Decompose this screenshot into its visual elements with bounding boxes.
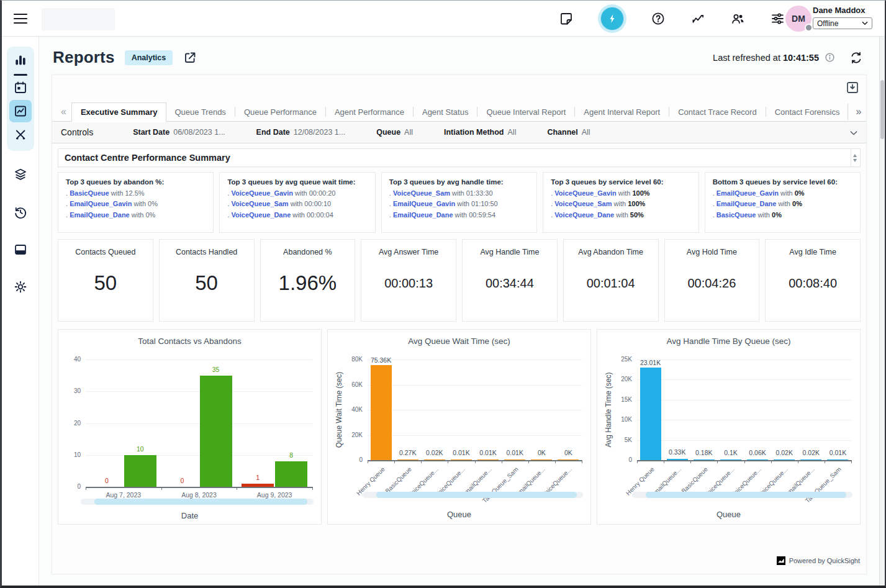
bar bbox=[640, 368, 661, 460]
queue-link[interactable]: BasicQueue bbox=[716, 211, 756, 219]
metrics-icon[interactable] bbox=[690, 11, 706, 27]
kpi-card-contacts-queued: Contacts Queued50 bbox=[58, 239, 153, 322]
boost-button[interactable] bbox=[598, 4, 626, 33]
tab-queue-trends[interactable]: Queue Trends bbox=[166, 104, 233, 120]
gridline bbox=[368, 435, 582, 436]
kpi-value: 00:01:04 bbox=[564, 276, 658, 291]
controls-expand-icon[interactable] bbox=[849, 128, 859, 138]
chart-scrollbar-thumb[interactable] bbox=[94, 499, 307, 505]
control-value[interactable]: All bbox=[508, 128, 517, 137]
conjunction: with bbox=[776, 200, 792, 207]
x-tick bbox=[798, 460, 798, 463]
tab-separator bbox=[669, 107, 669, 117]
bar bbox=[531, 459, 552, 460]
charts-row: Total Contacts vs Abandons403020100010Au… bbox=[58, 329, 861, 525]
kpi-card-avg-abandon-time: Avg Abandon Time00:01:04 bbox=[563, 239, 659, 322]
sidebar-item-layers[interactable] bbox=[13, 167, 28, 182]
control-queue[interactable]: QueueAll bbox=[376, 128, 413, 137]
scroll-up-icon[interactable] bbox=[853, 154, 857, 157]
queue-link[interactable]: VoiceQueue_Dane bbox=[232, 211, 291, 219]
control-end-date[interactable]: End Date12/08/2023 1... bbox=[256, 128, 346, 137]
tab-queue-performance[interactable]: Queue Performance bbox=[236, 104, 325, 120]
open-external-icon[interactable] bbox=[183, 50, 197, 65]
sidebar-item-history[interactable] bbox=[13, 205, 28, 220]
queue-link[interactable]: EmailQueue_Dane bbox=[716, 200, 777, 207]
sidebar-item-window[interactable] bbox=[13, 242, 28, 257]
control-value[interactable]: All bbox=[404, 128, 413, 137]
sidebar-item-bar-chart[interactable] bbox=[13, 53, 28, 68]
queue-link[interactable]: VoiceQueue_Dane bbox=[554, 211, 614, 219]
queue-link[interactable]: EmailQueue_Gavin bbox=[393, 200, 455, 207]
preferences-sliders-icon[interactable] bbox=[769, 11, 785, 27]
status-select-value: Offline bbox=[817, 19, 838, 28]
page-scrollbar[interactable] bbox=[879, 37, 885, 586]
sidebar-item-settings[interactable] bbox=[13, 279, 28, 294]
gridline bbox=[637, 440, 851, 441]
control-intiation-method[interactable]: Intiation MethodAll bbox=[444, 128, 516, 137]
x-tick bbox=[448, 460, 448, 463]
bar bbox=[558, 459, 579, 460]
refresh-icon[interactable] bbox=[849, 51, 863, 65]
bar-total-contacts bbox=[275, 461, 307, 487]
panel-item: . EmailQueue_Dane with 00:59:54 bbox=[389, 211, 529, 219]
y-axis-label: Avg Handle Time (sec) bbox=[604, 372, 613, 447]
tab-contact-forensics[interactable]: Contact Forensics bbox=[767, 104, 848, 120]
sidebar-item-reports[interactable] bbox=[9, 100, 32, 122]
queue-link[interactable]: EmailQueue_Gavin bbox=[70, 200, 132, 207]
tab-agent-status[interactable]: Agent Status bbox=[414, 104, 476, 120]
queue-link[interactable]: EmailQueue_Gavin bbox=[716, 189, 779, 197]
control-value[interactable]: 06/08/2023 1... bbox=[173, 128, 225, 137]
status-select[interactable]: Offline bbox=[813, 17, 872, 29]
chart-scrollbar[interactable] bbox=[363, 492, 583, 498]
bar-label: 8 bbox=[278, 451, 305, 459]
info-icon[interactable] bbox=[825, 52, 835, 63]
y-tick-label: 20 bbox=[58, 420, 81, 427]
control-value[interactable]: All bbox=[582, 128, 590, 137]
tab-agent-performance[interactable]: Agent Performance bbox=[327, 104, 412, 120]
control-start-date[interactable]: Start Date06/08/2023 1... bbox=[133, 128, 225, 137]
queue-link[interactable]: VoiceQueue_Gavin bbox=[232, 189, 293, 197]
y-tick-label: 25K bbox=[606, 356, 632, 363]
queue-link[interactable]: EmailQueue_Dane bbox=[393, 211, 453, 219]
tab-queue-interval-report[interactable]: Queue Interval Report bbox=[478, 104, 574, 120]
tab-executive-summary[interactable]: Executive Summary bbox=[71, 102, 167, 122]
control-channel[interactable]: ChannelAll bbox=[547, 128, 590, 137]
user-avatar[interactable]: DM bbox=[785, 6, 811, 32]
panel-item: . BasicQueue with 12.5% bbox=[66, 189, 206, 197]
queue-link[interactable]: BasicQueue bbox=[70, 189, 109, 197]
hamburger-menu-icon[interactable] bbox=[12, 11, 29, 26]
chart-scrollbar-thumb[interactable] bbox=[376, 492, 577, 498]
tabs-scroll-right-icon[interactable]: » bbox=[848, 104, 869, 120]
tab-agent-interval-report[interactable]: Agent Interval Report bbox=[576, 104, 668, 120]
chart-scrollbar[interactable] bbox=[81, 499, 314, 505]
agents-icon[interactable] bbox=[730, 11, 746, 27]
summary-scroll-spinner[interactable] bbox=[851, 150, 859, 166]
bar bbox=[720, 459, 741, 460]
sidebar-item-design[interactable] bbox=[13, 127, 28, 142]
panel-item: . VoiceQueue_Sam with 100% bbox=[551, 200, 690, 207]
bar bbox=[694, 459, 715, 460]
queue-link[interactable]: VoiceQueue_Sam bbox=[393, 189, 450, 197]
chart-scrollbar[interactable] bbox=[632, 492, 852, 498]
control-value[interactable]: 12/08/2023 1... bbox=[294, 128, 345, 137]
sidebar-item-calendar[interactable] bbox=[13, 80, 28, 95]
kpi-label: Contacts Handled bbox=[160, 248, 254, 256]
tabs-scroll-left-icon[interactable]: « bbox=[56, 106, 71, 117]
notes-icon[interactable] bbox=[558, 11, 574, 27]
help-icon[interactable] bbox=[650, 11, 666, 27]
queue-link[interactable]: VoiceQueue_Sam bbox=[554, 200, 612, 207]
chart-scrollbar-thumb[interactable] bbox=[646, 492, 846, 498]
queue-link[interactable]: VoiceQueue_Gavin bbox=[554, 189, 616, 197]
control-label: Channel bbox=[547, 128, 577, 137]
scroll-down-icon[interactable] bbox=[853, 159, 857, 162]
chart-total-contacts-vs-abandons: Total Contacts vs Abandons403020100010Au… bbox=[58, 329, 322, 525]
queue-link[interactable]: VoiceQueue_Sam bbox=[232, 200, 289, 207]
download-icon[interactable] bbox=[845, 80, 860, 95]
quicksight-logo-icon bbox=[777, 556, 785, 565]
tab-contact-trace-record[interactable]: Contact Trace Record bbox=[670, 104, 764, 120]
bar-label: 10 bbox=[127, 445, 154, 453]
insight-panel-top-3-queues-by-abandon: Top 3 queues by abandon %:. BasicQueue w… bbox=[58, 172, 214, 233]
queue-link[interactable]: EmailQueue_Dane bbox=[70, 211, 130, 219]
page-scrollbar-thumb[interactable] bbox=[880, 80, 884, 139]
control-label: End Date bbox=[256, 128, 290, 137]
